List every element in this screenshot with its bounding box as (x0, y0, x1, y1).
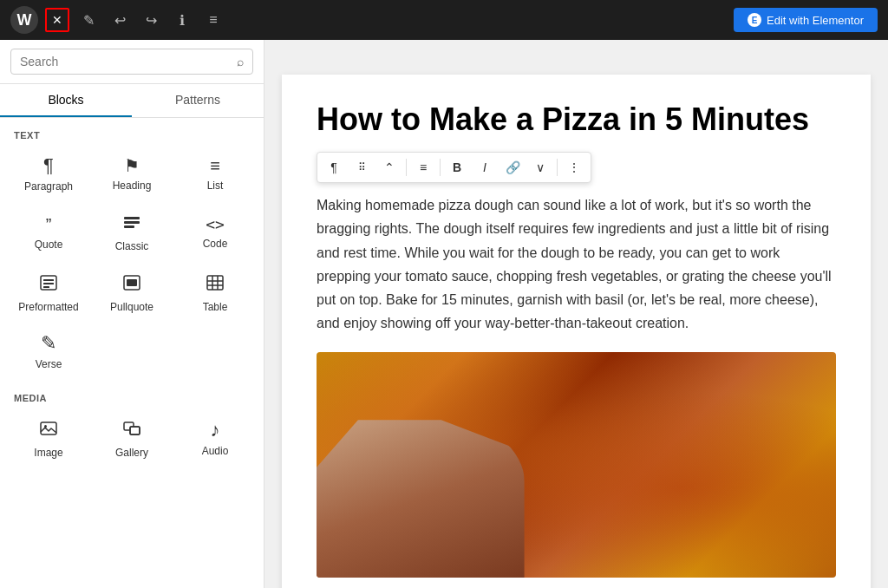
hand-overlay (317, 420, 525, 578)
search-box[interactable]: ⌕ (10, 49, 253, 75)
heading-icon: ⚑ (124, 157, 140, 174)
section-label-text: TEXT (0, 118, 264, 146)
list-icon: ≡ (210, 157, 220, 174)
inline-toolbar: ¶ ⠿ ⌃ ≡ B I 🔗 ∨ ⋮ (317, 152, 591, 183)
svg-rect-8 (127, 279, 137, 286)
article-title[interactable]: How to Make a Pizza in 5 Minutes (317, 101, 836, 138)
image-icon (39, 419, 58, 441)
block-label-audio: Audio (202, 445, 229, 457)
block-item-quote[interactable]: ” Quote (7, 203, 90, 263)
gallery-icon (122, 419, 141, 441)
edit-with-elementor-label: Edit with Elementor (767, 14, 864, 27)
content-inner: How to Make a Pizza in 5 Minutes ¶ ⠿ ⌃ ≡… (282, 75, 871, 588)
search-area: ⌕ (0, 40, 264, 84)
svg-rect-4 (43, 279, 54, 281)
block-item-classic[interactable]: Classic (90, 203, 173, 263)
pullquote-icon (122, 273, 141, 296)
tab-bar: Blocks Patterns (0, 84, 264, 118)
block-item-audio[interactable]: ♪ Audio (173, 408, 257, 469)
block-label-heading: Heading (113, 180, 152, 192)
svg-rect-0 (124, 217, 140, 219)
block-label-table: Table (203, 301, 228, 313)
block-label-code: Code (203, 238, 228, 250)
block-item-paragraph[interactable]: ¶ Paragraph (7, 146, 90, 203)
block-item-verse[interactable]: ✎ Verse (7, 323, 90, 381)
block-item-pullquote[interactable]: Pullquote (90, 263, 173, 323)
info-button[interactable]: ℹ (170, 8, 194, 32)
quote-icon: ” (46, 216, 52, 233)
content-area: How to Make a Pizza in 5 Minutes ¶ ⠿ ⌃ ≡… (264, 40, 888, 588)
classic-icon (122, 213, 141, 235)
edit-pen-icon[interactable]: ✎ (76, 8, 101, 32)
block-item-gallery[interactable]: Gallery (90, 408, 173, 469)
svg-rect-17 (130, 427, 140, 434)
move-arrows-button[interactable]: ⌃ (376, 154, 402, 180)
block-item-image[interactable]: Image (7, 408, 90, 469)
svg-rect-1 (124, 221, 140, 224)
block-item-code[interactable]: <> Code (173, 203, 257, 263)
audio-icon: ♪ (211, 421, 220, 440)
block-label-preformatted: Preformatted (18, 301, 78, 313)
drag-handle-button[interactable]: ⠿ (349, 154, 375, 180)
section-label-media: MEDIA (0, 381, 264, 408)
block-label-pullquote: Pullquote (110, 301, 153, 313)
article-body: Making homemade pizza dough can sound li… (317, 193, 836, 335)
toolbar-divider-2 (440, 159, 441, 176)
pizza-image (317, 352, 836, 578)
table-icon (206, 273, 225, 296)
close-button[interactable]: ✕ (45, 8, 69, 32)
preformatted-icon (39, 273, 58, 296)
text-block-grid: ¶ Paragraph ⚑ Heading ≡ List ” Quote (0, 146, 264, 381)
bold-button[interactable]: B (444, 154, 470, 180)
top-toolbar: W ✕ ✎ ↩ ↪ ℹ ≡ Edit with Elementor (0, 0, 888, 40)
block-label-image: Image (34, 447, 62, 459)
italic-button[interactable]: I (472, 154, 498, 180)
paragraph-icon: ¶ (43, 156, 54, 175)
block-item-table[interactable]: Table (173, 263, 257, 323)
svg-rect-9 (207, 276, 223, 290)
code-icon: <> (206, 217, 225, 232)
tab-patterns[interactable]: Patterns (132, 84, 264, 117)
more-options-button[interactable]: ⋮ (561, 154, 587, 180)
paragraph-type-button[interactable]: ¶ (321, 154, 347, 180)
svg-rect-5 (43, 283, 54, 284)
block-item-preformatted[interactable]: Preformatted (7, 263, 90, 323)
search-icon: ⌕ (237, 55, 244, 69)
block-list: TEXT ¶ Paragraph ⚑ Heading ≡ List ” Quot… (0, 118, 264, 588)
block-item-heading[interactable]: ⚑ Heading (90, 146, 173, 203)
block-label-paragraph: Paragraph (24, 180, 73, 193)
sidebar: ⌕ Blocks Patterns TEXT ¶ Paragraph ⚑ (0, 40, 264, 588)
block-label-quote: Quote (35, 238, 63, 251)
svg-rect-2 (124, 225, 134, 228)
wp-logo-icon[interactable]: W (10, 6, 38, 34)
media-block-grid: Image Gallery ♪ Audio (0, 408, 264, 469)
tab-blocks[interactable]: Blocks (0, 84, 132, 117)
toolbar-divider-3 (557, 159, 558, 176)
elementor-icon (748, 13, 761, 27)
search-input[interactable] (20, 55, 230, 69)
toolbar-divider-1 (406, 159, 407, 176)
main-layout: ⌕ Blocks Patterns TEXT ¶ Paragraph ⚑ (0, 40, 888, 588)
edit-with-elementor-button[interactable]: Edit with Elementor (734, 8, 878, 32)
align-button[interactable]: ≡ (410, 154, 436, 180)
block-label-verse: Verse (36, 358, 62, 370)
redo-button[interactable]: ↪ (139, 8, 163, 32)
menu-button[interactable]: ≡ (201, 8, 225, 32)
svg-rect-14 (41, 422, 56, 434)
more-options-chevron[interactable]: ∨ (527, 154, 553, 180)
block-label-classic: Classic (115, 240, 149, 252)
link-button[interactable]: 🔗 (500, 154, 526, 180)
block-label-list: List (207, 180, 224, 192)
svg-rect-6 (43, 286, 49, 288)
block-label-gallery: Gallery (115, 447, 148, 459)
block-item-list[interactable]: ≡ List (173, 146, 257, 203)
undo-button[interactable]: ↩ (108, 8, 132, 32)
verse-icon: ✎ (41, 334, 56, 353)
